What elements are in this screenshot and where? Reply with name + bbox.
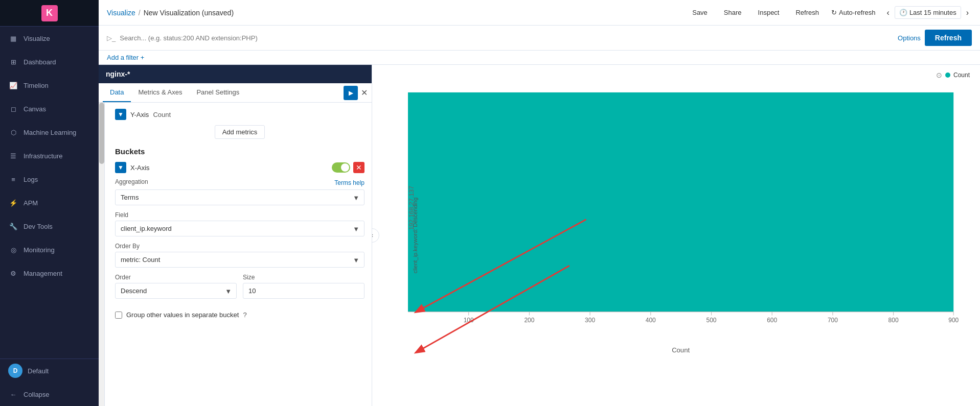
collapse-icon: ←	[8, 389, 18, 399]
tab-metrics-axes[interactable]: Metrics & Axes	[131, 83, 189, 102]
sidebar-item-machine-learning[interactable]: ⬡ Machine Learning	[0, 121, 99, 144]
dashboard-icon: ⊞	[8, 57, 18, 67]
scrollbar[interactable]	[99, 103, 105, 406]
sidebar-item-management[interactable]: ⚙ Management	[0, 261, 99, 285]
xaxis-label: X-Axis	[130, 164, 150, 172]
left-panel: nginx-* Data Metrics & Axes Panel Settin…	[99, 65, 372, 406]
x-label-400: 400	[646, 317, 656, 324]
breadcrumb: Visualize / New Visualization (unsaved)	[107, 9, 682, 17]
order-col: Order Descend Ascend ▼	[115, 274, 237, 305]
tab-panel-settings[interactable]: Panel Settings	[189, 83, 246, 102]
sidebar-item-timelion[interactable]: 📈 Timelion	[0, 74, 99, 97]
save-button[interactable]: Save	[688, 7, 712, 18]
searchbar: ▷_ Options Refresh	[99, 26, 980, 51]
size-col: Size	[243, 274, 364, 305]
sidebar-item-apm[interactable]: ⚡ APM	[0, 191, 99, 214]
xaxis-enable-toggle[interactable]	[332, 162, 350, 173]
xaxis-header: ▼ X-Axis ✕	[115, 162, 364, 173]
sidebar-item-monitoring[interactable]: ◎ Monitoring	[0, 238, 99, 261]
main-content: Visualize / New Visualization (unsaved) …	[99, 0, 980, 406]
x-label-200: 200	[524, 317, 534, 324]
aggregation-select[interactable]: Terms Date Histogram Histogram Range	[115, 189, 364, 205]
sidebar-item-dev-tools[interactable]: 🔧 Dev Tools	[0, 214, 99, 238]
size-input[interactable]	[243, 283, 364, 299]
group-other-row: Group other values in separate bucket ?	[115, 311, 364, 319]
sidebar-item-logs[interactable]: ≡ Logs	[0, 168, 99, 191]
time-prev-button[interactable]: ‹	[884, 6, 893, 19]
sidebar-item-infrastructure[interactable]: ☰ Infrastructure	[0, 144, 99, 168]
refresh-main-button[interactable]: Refresh	[925, 30, 972, 46]
options-button[interactable]: Options	[898, 34, 921, 42]
breadcrumb-visualize-link[interactable]: Visualize	[107, 9, 135, 17]
group-other-help-icon[interactable]: ?	[243, 311, 246, 319]
order-select[interactable]: Descend Ascend	[115, 283, 237, 299]
aggregation-label: Aggregation	[115, 178, 148, 185]
sidebar-bottom: D Default ← Collapse	[0, 359, 99, 406]
close-panel-button[interactable]: ✕	[361, 88, 368, 98]
tab-data[interactable]: Data	[103, 83, 131, 102]
terminal-icon: ▷_	[107, 34, 116, 42]
order-size-row: Order Descend Ascend ▼ S	[115, 274, 364, 305]
chart-svg: 192.168.27.137 100 200 300 400 500	[408, 75, 965, 375]
sidebar-item-dashboard[interactable]: ⊞ Dashboard	[0, 50, 99, 74]
chart-y-axis-label: client_ip.keyword: Descending	[412, 198, 418, 274]
order-by-select[interactable]: metric: Count metric: Sum Alphabetical	[115, 252, 364, 268]
order-select-wrapper: Descend Ascend ▼	[115, 283, 237, 299]
breadcrumb-separator: /	[139, 9, 141, 17]
sidebar-item-collapse[interactable]: ← Collapse	[0, 383, 99, 406]
search-input[interactable]	[120, 34, 894, 42]
field-label: Field	[115, 211, 364, 219]
machine-learning-icon: ⬡	[8, 127, 18, 137]
order-by-select-wrapper: metric: Count metric: Sum Alphabetical ▼	[115, 252, 364, 268]
time-range-picker[interactable]: 🕐 Last 15 minutes	[895, 6, 961, 19]
sidebar: K ▦ Visualize ⊞ Dashboard 📈 Timelion ◻ C…	[0, 0, 99, 406]
sidebar-item-visualize[interactable]: ▦ Visualize	[0, 27, 99, 50]
terms-help-link[interactable]: Terms help	[334, 179, 364, 186]
panel-tabs: Data Metrics & Axes Panel Settings ▶ ✕	[99, 83, 372, 103]
metrics-section: ▼ Y-Axis Count Add metrics	[115, 109, 364, 139]
dev-tools-icon: 🔧	[8, 221, 18, 231]
refresh-button[interactable]: Refresh	[791, 7, 823, 18]
sidebar-item-user[interactable]: D Default	[0, 359, 99, 383]
aggregation-select-wrapper: Terms Date Histogram Histogram Range ▼	[115, 189, 364, 205]
canvas-icon: ◻	[8, 104, 18, 114]
user-avatar: D	[8, 364, 22, 378]
apm-icon: ⚡	[8, 198, 18, 208]
xaxis-controls: ✕	[332, 162, 364, 173]
group-other-checkbox[interactable]	[115, 312, 122, 319]
refresh-cycle-icon: ↻	[831, 9, 837, 16]
x-label-700: 700	[828, 317, 838, 324]
chart-x-axis-bottom-label: Count	[672, 346, 690, 354]
time-nav-arrows: ‹ 🕐 Last 15 minutes ›	[884, 6, 972, 19]
viz-area: ‹ ⊙ Count client_ip.keyword: Descending	[372, 65, 980, 406]
add-filter-button[interactable]: Add a filter +	[107, 54, 144, 61]
breadcrumb-current-page: New Visualization (unsaved)	[144, 9, 234, 17]
run-panel-button[interactable]: ▶	[344, 86, 358, 100]
x-label-300: 300	[585, 317, 595, 324]
share-button[interactable]: Share	[720, 7, 746, 18]
sidebar-logo: K	[0, 0, 99, 27]
scroll-thumb	[99, 103, 104, 164]
field-select[interactable]: client_ip.keyword request.keyword respon…	[115, 221, 364, 236]
yaxis-label: Y-Axis	[130, 111, 149, 118]
x-label-900: 900	[948, 317, 959, 324]
order-by-label: Order By	[115, 243, 364, 250]
panel-index-pattern: nginx-*	[106, 70, 130, 78]
inspect-button[interactable]: Inspect	[754, 7, 784, 18]
x-label-800: 800	[888, 317, 899, 324]
buckets-section: Buckets ▼ X-Axis ✕ Aggregati	[115, 147, 364, 319]
clock-icon: 🕐	[899, 9, 907, 16]
sidebar-item-label: Visualize	[24, 35, 50, 42]
sidebar-item-label: Canvas	[24, 105, 46, 113]
time-next-button[interactable]: ›	[963, 6, 972, 19]
sidebar-item-label: APM	[24, 199, 38, 207]
visualize-icon: ▦	[8, 33, 18, 43]
add-metrics-button[interactable]: Add metrics	[215, 125, 265, 139]
auto-refresh-label: Auto-refresh	[839, 9, 876, 16]
panel-body: ▼ Y-Axis Count Add metrics Buckets ▼ X-A…	[99, 103, 372, 406]
xaxis-toggle-button[interactable]: ▼	[115, 162, 126, 173]
xaxis-delete-button[interactable]: ✕	[353, 162, 364, 173]
sidebar-item-canvas[interactable]: ◻ Canvas	[0, 97, 99, 121]
auto-refresh-button[interactable]: ↻ Auto-refresh	[831, 9, 876, 16]
yaxis-toggle-button[interactable]: ▼	[115, 109, 126, 120]
